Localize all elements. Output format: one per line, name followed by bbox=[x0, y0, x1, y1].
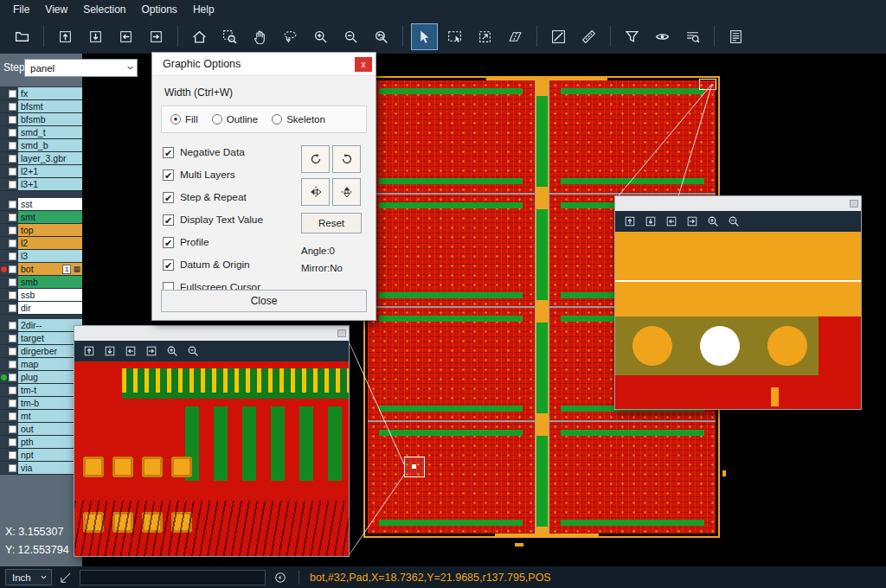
refresh-circle-icon[interactable] bbox=[274, 572, 286, 584]
menu-item[interactable]: Options bbox=[134, 2, 185, 17]
layer-cell[interactable]: l3 bbox=[18, 250, 82, 262]
pan-button[interactable] bbox=[247, 24, 273, 49]
layer-visibility-checkbox[interactable] bbox=[9, 278, 16, 286]
reset-button[interactable]: Reset bbox=[301, 213, 362, 233]
zoom-window-button[interactable] bbox=[217, 24, 242, 49]
layer-row[interactable]: mt bbox=[0, 410, 82, 423]
display-option-checkbox[interactable]: ✔ Negative Data bbox=[163, 145, 299, 159]
layer-visibility-checkbox[interactable] bbox=[9, 214, 16, 221]
zoom-out-button[interactable] bbox=[728, 215, 740, 227]
layer-visibility-checkbox[interactable] bbox=[9, 116, 16, 124]
zoom-window-titlebar[interactable] bbox=[615, 196, 861, 211]
import-right-button[interactable] bbox=[144, 24, 169, 49]
layer-cell[interactable]: target bbox=[18, 332, 82, 344]
dialog-close-button[interactable]: x bbox=[355, 57, 372, 72]
layer-row[interactable]: fx bbox=[0, 87, 82, 100]
layer-cell[interactable]: plug bbox=[18, 371, 82, 383]
layer-row[interactable]: tm-t bbox=[0, 384, 82, 397]
open-file-button[interactable] bbox=[10, 24, 35, 49]
home-view-button[interactable] bbox=[187, 24, 212, 49]
layer-row[interactable]: map bbox=[0, 358, 82, 371]
window-control-button[interactable] bbox=[850, 200, 858, 208]
width-mode-radio[interactable]: Outline bbox=[212, 114, 258, 125]
layer-row[interactable]: out bbox=[0, 423, 82, 436]
layer-row[interactable]: smt bbox=[0, 211, 82, 224]
skew-transform-button[interactable] bbox=[503, 24, 528, 49]
layer-cell[interactable]: fx bbox=[18, 87, 82, 99]
layer-row[interactable]: npt bbox=[0, 449, 82, 462]
import-top-button[interactable] bbox=[53, 24, 78, 49]
layer-visibility-checkbox[interactable] bbox=[9, 438, 16, 446]
layer-visibility-checkbox[interactable] bbox=[9, 335, 16, 342]
layer-row[interactable]: smd_b bbox=[0, 139, 82, 152]
width-mode-radio[interactable]: Skeleton bbox=[272, 114, 325, 125]
layer-cell[interactable]: mt bbox=[18, 410, 82, 422]
import-left-button[interactable] bbox=[125, 345, 137, 357]
layer-row[interactable]: bot 1 ▦ bbox=[0, 263, 82, 276]
import-bottom-button[interactable] bbox=[104, 345, 116, 357]
import-top-button[interactable] bbox=[83, 345, 95, 357]
layer-cell[interactable]: via bbox=[18, 462, 82, 474]
layer-cell[interactable]: dir bbox=[18, 302, 82, 314]
dialog-titlebar[interactable]: Graphic Options x bbox=[152, 53, 376, 76]
layer-cell[interactable]: bot 1 ▦ bbox=[18, 263, 82, 275]
layer-row[interactable]: l2+1 bbox=[0, 165, 82, 178]
layer-cell[interactable]: pth bbox=[18, 436, 82, 448]
layer-row[interactable]: plug bbox=[0, 371, 82, 384]
filter-button[interactable] bbox=[620, 24, 645, 49]
zoom-previous-button[interactable] bbox=[369, 24, 394, 49]
layer-row[interactable]: target bbox=[0, 332, 82, 345]
layer-visibility-checkbox[interactable] bbox=[9, 399, 16, 407]
layer-visibility-checkbox[interactable] bbox=[9, 240, 16, 247]
layer-visibility-checkbox[interactable] bbox=[9, 451, 16, 459]
layer-visibility-checkbox[interactable] bbox=[9, 361, 16, 368]
display-option-checkbox[interactable]: ✔ Step & Repeat bbox=[163, 190, 299, 204]
import-right-button[interactable] bbox=[145, 345, 157, 357]
layer-cell[interactable]: dirgerber bbox=[18, 345, 82, 357]
layer-row[interactable]: l3+1 bbox=[0, 178, 82, 191]
display-option-checkbox[interactable]: ✔ Profile bbox=[163, 235, 299, 249]
layer-row[interactable]: pth bbox=[0, 436, 82, 449]
width-mode-radio[interactable]: ● Fill bbox=[170, 114, 198, 125]
layer-visibility-checkbox[interactable] bbox=[9, 425, 16, 433]
layer-row[interactable]: top bbox=[0, 224, 82, 237]
layer-visibility-checkbox[interactable] bbox=[9, 387, 16, 394]
layer-cell[interactable]: bfsmb bbox=[18, 113, 82, 125]
zoom-view-1[interactable] bbox=[74, 361, 349, 556]
import-bottom-button[interactable] bbox=[83, 24, 108, 49]
display-option-checkbox[interactable]: ✔ Datum & Origin bbox=[163, 258, 299, 272]
rotate-cw-button[interactable] bbox=[301, 145, 330, 173]
display-option-checkbox[interactable]: ✔ Multi Layers bbox=[163, 168, 299, 182]
layer-visibility-checkbox[interactable] bbox=[9, 348, 16, 355]
report-button[interactable] bbox=[723, 24, 748, 49]
step-dropdown[interactable]: panel bbox=[24, 59, 138, 77]
layer-row[interactable]: dirgerber bbox=[0, 345, 82, 358]
line-tool-button[interactable] bbox=[546, 24, 571, 49]
layer-cell[interactable]: smd_b bbox=[18, 139, 82, 151]
layer-cell[interactable]: bfsmt bbox=[18, 100, 82, 112]
layer-visibility-checkbox[interactable] bbox=[9, 201, 16, 208]
command-input[interactable] bbox=[80, 570, 266, 585]
layer-cell[interactable]: smd_t bbox=[18, 126, 82, 138]
import-top-button[interactable] bbox=[624, 215, 636, 227]
layer-visibility-checkbox[interactable] bbox=[9, 227, 16, 234]
layer-row[interactable]: tm-b bbox=[0, 397, 82, 410]
unit-dropdown[interactable]: Inch bbox=[5, 569, 52, 585]
zoom-window-titlebar[interactable] bbox=[74, 326, 349, 341]
layer-visibility-checkbox[interactable] bbox=[9, 181, 16, 189]
measure-button[interactable] bbox=[576, 24, 601, 49]
layer-row[interactable]: smb bbox=[0, 276, 82, 289]
layer-cell[interactable]: tm-t bbox=[18, 384, 82, 396]
layer-row[interactable]: l2 bbox=[0, 237, 82, 250]
layer-cell[interactable]: l2 bbox=[18, 237, 82, 249]
group-select-button[interactable] bbox=[472, 24, 498, 49]
layer-row[interactable]: bfsmt bbox=[0, 100, 82, 113]
zoom-out-button[interactable] bbox=[187, 345, 199, 357]
window-control-button[interactable] bbox=[337, 329, 346, 337]
zoom-in-button[interactable] bbox=[308, 24, 333, 49]
layer-cell[interactable]: out bbox=[18, 423, 82, 435]
zoom-view-2[interactable] bbox=[615, 232, 861, 409]
mirror-horizontal-button[interactable] bbox=[301, 178, 330, 206]
find-button[interactable] bbox=[680, 24, 705, 49]
visibility-button[interactable] bbox=[650, 24, 675, 49]
